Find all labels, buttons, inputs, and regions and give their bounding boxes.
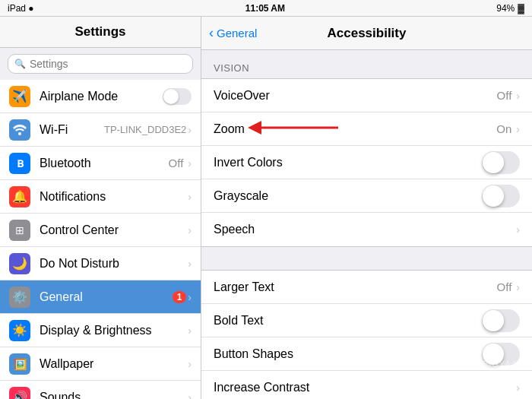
settings-row-buttonshapes[interactable]: Button Shapes [201,337,532,371]
airplane-icon: ✈️ [9,86,30,107]
battery-level: 94% [496,3,515,14]
controlcenter-icon: ⊞ [9,220,30,241]
sidebar-item-bluetooth[interactable]: ʙ Bluetooth Off › [0,147,201,180]
right-panel: ‹ General Accessibility VISION VoiceOver… [201,17,532,399]
general-icon: ⚙️ [9,287,30,308]
chevron-icon: › [516,223,520,236]
settings-row-speech[interactable]: Speech › [201,213,532,246]
right-content: VISION VoiceOver Off › Zoom [201,50,532,399]
sidebar-item-label: Sounds [40,391,186,400]
ipad-label: iPad ● [8,3,34,14]
group-gap [201,247,532,270]
wifi-value: TP-LINK_DDD3E2 [104,124,186,135]
chevron-icon: › [516,382,520,394]
chevron-icon: › [516,123,520,135]
voiceover-value: Off [497,89,512,102]
settings-row-invertcolors[interactable]: Invert Colors [201,146,532,179]
search-box[interactable]: 🔍 [8,54,193,74]
chevron-icon: › [188,258,192,270]
bluetooth-icon: ʙ [9,153,30,174]
status-right: 94% ▓ [496,3,524,14]
chevron-icon: › [188,224,192,236]
boldtext-label: Bold Text [214,314,482,328]
sidebar-item-airplane[interactable]: ✈️ Airplane Mode [0,80,201,113]
zoom-value: On [496,122,511,135]
airplane-toggle[interactable] [163,88,192,105]
search-input[interactable] [30,58,186,70]
zoom-label: Zoom [214,122,496,136]
wifi-icon [9,119,30,141]
sidebar-title: Settings [0,17,201,48]
sidebar-item-general[interactable]: ⚙️ General 1 › [0,280,201,314]
sidebar-item-donotdisturb[interactable]: 🌙 Do Not Disturb › [0,247,201,280]
sidebar-item-label: Bluetooth [40,157,169,170]
buttonshapes-label: Button Shapes [214,347,482,361]
vision-section-label: VISION [201,50,532,78]
largertext-label: Larger Text [214,280,497,294]
back-chevron-icon: ‹ [209,25,214,41]
status-bar: iPad ● 11:05 AM 94% ▓ [0,0,532,17]
svg-point-0 [18,132,21,135]
notifications-icon: 🔔 [9,186,30,207]
sidebar: Settings 🔍 ✈️ Airplane Mode [0,17,201,399]
chevron-icon: › [188,124,192,136]
battery-icon: ▓ [518,3,524,14]
invertcolors-label: Invert Colors [214,156,482,169]
boldtext-toggle[interactable] [482,309,520,332]
increasecontrast-label: Increase Contrast [214,381,516,394]
invertcolors-toggle[interactable] [482,151,520,174]
wallpaper-icon: 🖼️ [9,353,30,375]
settings-row-largertext[interactable]: Larger Text Off › [201,271,532,304]
chevron-icon: › [188,291,192,303]
search-icon: 🔍 [14,59,26,69]
sidebar-item-label: Do Not Disturb [40,257,186,271]
search-container: 🔍 [0,48,201,80]
main-layout: Settings 🔍 ✈️ Airplane Mode [0,17,532,399]
status-time: 11:05 AM [245,3,285,14]
grayscale-label: Grayscale [214,189,482,203]
sidebar-item-label: Airplane Mode [40,90,163,103]
right-panel-title: Accessibility [328,26,407,41]
chevron-icon: › [188,358,192,370]
displaybrightness-icon: ☀️ [9,320,30,341]
back-label: General [217,27,257,40]
sidebar-item-label: Wallpaper [40,357,186,371]
right-header: ‹ General Accessibility [201,17,532,50]
sidebar-item-label: Display & Brightness [40,324,186,337]
chevron-icon: › [516,281,520,293]
sidebar-item-label: General [40,290,169,304]
chevron-icon: › [188,391,192,400]
buttonshapes-toggle[interactable] [482,343,520,366]
chevron-icon: › [188,191,192,203]
general-badge: 1 [173,291,187,303]
sidebar-item-label: Wi-Fi [40,123,104,137]
settings-row-boldtext[interactable]: Bold Text [201,304,532,337]
sidebar-item-label: Notifications [40,190,186,204]
back-button[interactable]: ‹ General [209,25,257,41]
sidebar-item-wallpaper[interactable]: 🖼️ Wallpaper › [0,347,201,381]
sidebar-item-wifi[interactable]: Wi-Fi TP-LINK_DDD3E2 › [0,113,201,147]
chevron-icon: › [188,325,192,337]
settings-row-increasecontrast[interactable]: Increase Contrast › [201,371,532,399]
sidebar-item-label: Control Center [40,223,186,237]
sidebar-item-displaybrightness[interactable]: ☀️ Display & Brightness › [0,314,201,347]
voiceover-label: VoiceOver [214,89,497,103]
settings-row-voiceover[interactable]: VoiceOver Off › [201,79,532,112]
settings-row-zoom[interactable]: Zoom On › [201,112,532,146]
status-left: iPad ● [8,3,34,14]
largertext-value: Off [497,280,512,293]
sounds-icon: 🔊 [9,387,30,400]
sidebar-item-sounds[interactable]: 🔊 Sounds › [0,381,201,399]
speech-label: Speech [214,223,516,236]
settings-row-grayscale[interactable]: Grayscale [201,179,532,213]
vision-group: VoiceOver Off › Zoom [201,78,532,247]
sidebar-item-controlcenter[interactable]: ⊞ Control Center › [0,214,201,247]
grayscale-toggle[interactable] [482,185,520,207]
text-group: Larger Text Off › Bold Text Button Shape… [201,270,532,399]
sidebar-item-notifications[interactable]: 🔔 Notifications › [0,180,201,214]
sidebar-list: ✈️ Airplane Mode Wi-Fi TP-LINK_DDD3E2 › [0,80,201,399]
donotdisturb-icon: 🌙 [9,253,30,274]
bluetooth-value: Off [169,157,184,169]
chevron-icon: › [516,90,520,102]
chevron-icon: › [188,157,192,169]
